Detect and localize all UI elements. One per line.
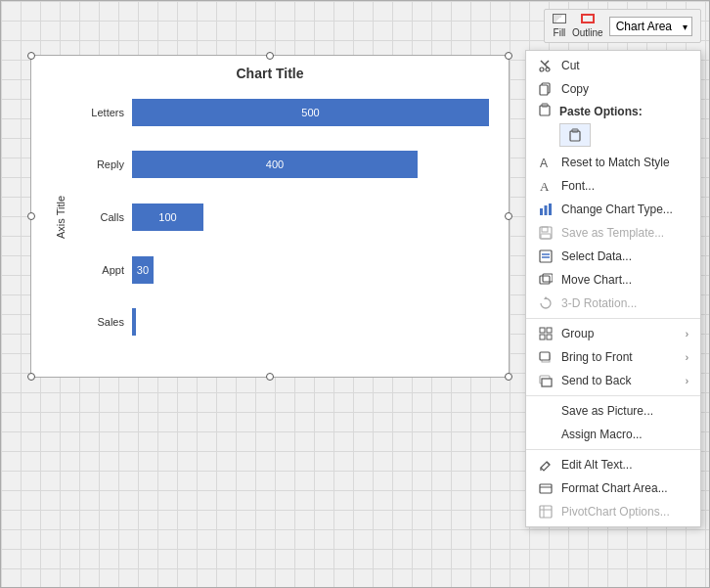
menu-icon-select_data xyxy=(538,249,554,264)
bar-fill: 500 xyxy=(132,99,489,126)
menu-label-change_chart: Change Chart Type... xyxy=(561,203,688,216)
menu-separator xyxy=(526,395,700,396)
svg-rect-17 xyxy=(541,234,551,239)
menu-item-reset[interactable]: AReset to Match Style xyxy=(526,151,700,174)
bar-row: Appt30 xyxy=(80,256,489,284)
handle-bl[interactable] xyxy=(27,373,35,381)
menu-item-format_chart[interactable]: Format Chart Area... xyxy=(526,476,700,500)
menu-item-rotation: 3-D Rotation... xyxy=(526,292,700,315)
svg-rect-25 xyxy=(547,328,552,333)
menu-icon-font: A xyxy=(538,178,554,194)
svg-rect-24 xyxy=(540,328,545,333)
menu-label-rotation: 3-D Rotation... xyxy=(561,296,688,310)
handle-tr[interactable] xyxy=(505,52,512,60)
bar-value: 30 xyxy=(137,264,149,276)
menu-item-send_to_back[interactable]: Send to Back› xyxy=(526,369,700,392)
menu-icon-change_chart xyxy=(538,202,554,217)
bar-label: Calls xyxy=(80,211,124,223)
handle-ml[interactable] xyxy=(27,212,35,220)
chart-container: Chart Title Axis Title Letters500Reply40… xyxy=(30,55,510,378)
menu-icon-rotation xyxy=(538,295,554,311)
menu-icon-pivotchart xyxy=(538,504,554,520)
menu-icon-edit_alt xyxy=(538,457,554,473)
menu-item-cut[interactable]: Cut xyxy=(526,54,700,77)
axis-title-container: Axis Title xyxy=(51,86,70,348)
svg-point-3 xyxy=(546,68,550,71)
bar-value: 500 xyxy=(301,107,319,118)
handle-bm[interactable] xyxy=(266,373,274,381)
menu-item-font[interactable]: AFont... xyxy=(526,174,700,198)
bar-track: 500 xyxy=(132,99,489,126)
fill-label: Fill xyxy=(554,27,566,38)
menu-item-copy[interactable]: Copy xyxy=(526,77,700,101)
bar-label: Sales xyxy=(80,316,124,328)
menu-item-group[interactable]: Group› xyxy=(526,322,700,345)
menu-label-group: Group xyxy=(561,327,678,340)
paste-icon-row[interactable] xyxy=(526,121,700,151)
app-wrapper: Fill Outline Chart Area Chart Title Axis… xyxy=(0,0,710,588)
svg-rect-34 xyxy=(540,484,552,493)
outline-button[interactable]: Outline xyxy=(572,14,603,38)
menu-item-pivotchart: PivotChart Options... xyxy=(526,500,700,523)
menu-item-save_picture[interactable]: Save as Picture... xyxy=(526,399,700,423)
svg-line-1 xyxy=(545,61,549,65)
bar-row: Calls100 xyxy=(80,204,489,231)
menu-label-edit_alt: Edit Alt Text... xyxy=(561,458,688,472)
menu-icon-cut xyxy=(538,58,554,73)
svg-rect-18 xyxy=(540,250,552,262)
menu-icon-format_chart xyxy=(538,480,554,496)
menu-icon-group xyxy=(538,326,554,341)
menu-label-send_to_back: Send to Back xyxy=(561,374,678,387)
bar-track: 30 xyxy=(132,256,489,284)
bar-value: 400 xyxy=(266,158,284,170)
toolbar: Fill Outline Chart Area xyxy=(544,9,701,43)
menu-label-save_template: Save as Template... xyxy=(561,226,688,240)
handle-br[interactable] xyxy=(505,373,512,381)
chart-inner: Letters500Reply400Calls100Appt30Sales xyxy=(70,86,489,348)
bar-row: Letters500 xyxy=(80,99,489,126)
menu-item-bring_to_front[interactable]: Bring to Front› xyxy=(526,345,700,369)
menu-icon-save_template xyxy=(538,225,554,241)
paste-options-label: Paste Options: xyxy=(559,105,643,118)
chart-area-dropdown[interactable]: Chart Area xyxy=(609,17,692,36)
svg-rect-13 xyxy=(545,205,548,215)
menu-icon-send_to_back xyxy=(538,373,554,388)
menu-icon-bring_to_front xyxy=(538,349,554,365)
menu-label-pivotchart: PivotChart Options... xyxy=(561,505,688,519)
bar-fill xyxy=(132,308,136,336)
menu-label-format_chart: Format Chart Area... xyxy=(561,481,688,495)
outline-icon-shape xyxy=(581,14,595,23)
menu-label-select_data: Select Data... xyxy=(561,249,688,263)
handle-tl[interactable] xyxy=(27,52,35,60)
menu-icon-reset: A xyxy=(538,155,554,170)
bar-track: 100 xyxy=(132,204,489,231)
bar-fill: 400 xyxy=(132,151,418,178)
svg-point-2 xyxy=(540,68,544,71)
menu-label-cut: Cut xyxy=(561,59,688,72)
svg-rect-29 xyxy=(540,352,550,360)
svg-rect-36 xyxy=(540,506,552,518)
menu-arrow-send_to_back: › xyxy=(686,376,688,386)
menu-item-assign_macro[interactable]: Assign Macro... xyxy=(526,423,700,446)
paste-box[interactable] xyxy=(559,123,591,147)
menu-item-edit_alt[interactable]: Edit Alt Text... xyxy=(526,453,700,476)
outline-icon xyxy=(581,14,595,23)
menu-item-change_chart[interactable]: Change Chart Type... xyxy=(526,198,700,221)
handle-mr[interactable] xyxy=(505,212,512,220)
menu-item-move_chart[interactable]: Move Chart... xyxy=(526,268,700,292)
menu-label-reset: Reset to Match Style xyxy=(561,156,688,169)
chart-area-selector[interactable]: Chart Area xyxy=(609,17,692,36)
handle-tm[interactable] xyxy=(266,52,274,60)
bar-value: 100 xyxy=(158,211,176,223)
menu-icon-copy xyxy=(538,81,554,97)
svg-rect-5 xyxy=(540,85,548,95)
bar-row: Sales xyxy=(80,308,489,336)
svg-rect-12 xyxy=(540,208,543,215)
svg-rect-22 xyxy=(543,274,553,282)
bar-label: Reply xyxy=(80,158,124,170)
menu-separator xyxy=(526,449,700,450)
menu-item-select_data[interactable]: Select Data... xyxy=(526,245,700,268)
bar-label: Appt xyxy=(80,264,124,276)
fill-button[interactable]: Fill xyxy=(553,14,566,38)
svg-text:A: A xyxy=(540,157,548,169)
